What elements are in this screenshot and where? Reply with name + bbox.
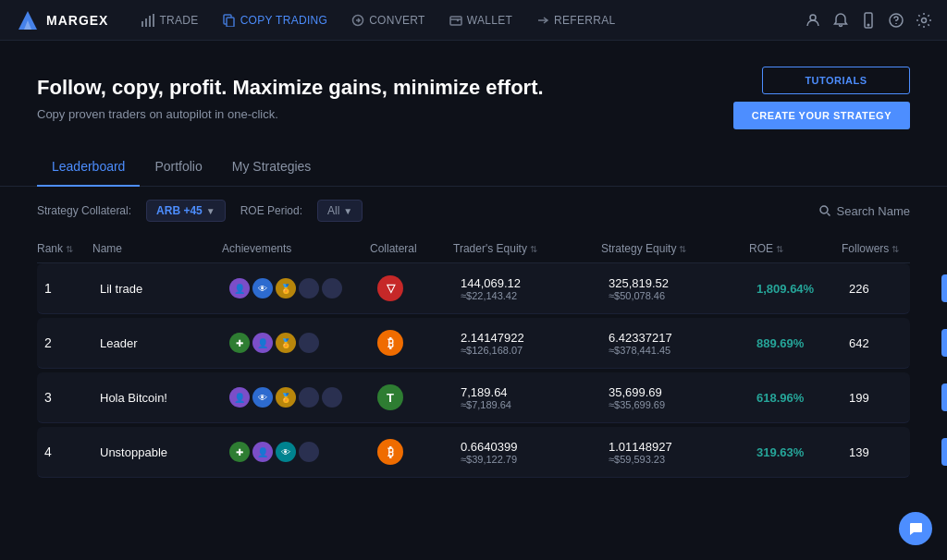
followers-cell: 226 [849, 282, 941, 296]
traders-equity-sub: ≈$39,122.79 [461, 454, 609, 465]
nav-item-copy-trading[interactable]: COPY TRADING [212, 8, 339, 32]
col-name: Name [92, 242, 222, 255]
traders-equity-cell: 7,189.64 ≈$7,189.64 [461, 385, 609, 410]
svg-rect-9 [450, 17, 461, 25]
traders-equity-main: 2.14147922 [461, 331, 609, 345]
roe-cell: 319.63% [756, 445, 849, 459]
svg-point-15 [820, 206, 828, 213]
svg-point-10 [810, 15, 816, 20]
traders-equity-main: 144,069.12 [461, 276, 609, 290]
help-icon[interactable] [888, 12, 904, 29]
nav-item-convert[interactable]: CONVERT [340, 8, 437, 32]
follow-button[interactable]: FOLLOW [941, 329, 947, 357]
logo[interactable]: MARGEX [15, 7, 108, 33]
user-icon[interactable] [805, 12, 821, 29]
table-row: 3 Hola Bitcoin! 👤 👁 🏅 T 7,189.64 ≈$7,189… [37, 372, 910, 423]
svg-rect-3 [145, 18, 147, 27]
follow-button[interactable]: FOLLOW [941, 274, 947, 302]
rank-cell: 1 [44, 281, 100, 296]
nav-item-trade[interactable]: TRADE [130, 8, 209, 32]
badge-5 [322, 387, 342, 408]
strategy-equity-cell: 35,699.69 ≈$35,699.69 [609, 385, 756, 410]
badge-4 [299, 442, 319, 462]
collateral-filter-chip[interactable]: ARB +45 ▼ [146, 200, 226, 222]
achievements-cell: 👤 👁 🏅 [229, 387, 377, 408]
follow-action-cell: FOLLOW [941, 383, 947, 411]
create-strategy-button[interactable]: CREATE YOUR STRATEGY [733, 102, 910, 129]
filters-bar: Strategy Collateral: ARB +45 ▼ ROE Perio… [0, 187, 947, 235]
strategy-equity-cell: 6.42337217 ≈$378,441.45 [609, 331, 756, 356]
badge-1: ✚ [229, 333, 250, 353]
collateral-cell: ₿ [377, 330, 461, 356]
tabs-bar: Leaderboard Portfolio My Strategies [0, 148, 947, 187]
tab-my-strategies[interactable]: My Strategies [217, 148, 326, 187]
tutorials-button[interactable]: TUTORIALS [762, 67, 910, 94]
table-row: 1 Lil trade 👤 👁 🏅 ▽ 144,069.12 ≈$22,143.… [37, 263, 910, 314]
leaderboard-table: Rank⇅ Name Achievements Collateral Trade… [0, 235, 947, 478]
hero-buttons: TUTORIALS CREATE YOUR STRATEGY [733, 67, 910, 129]
badge-2: 👁 [252, 387, 273, 408]
tab-leaderboard[interactable]: Leaderboard [37, 148, 140, 187]
traders-equity-cell: 144,069.12 ≈$22,143.42 [461, 276, 609, 301]
collateral-value: ARB +45 [156, 204, 203, 217]
settings-icon[interactable] [916, 12, 932, 29]
badge-2: 👤 [252, 333, 273, 353]
strategy-equity-sub: ≈$35,699.69 [609, 399, 756, 410]
roe-sort-icon: ⇅ [776, 244, 783, 254]
col-followers[interactable]: Followers⇅ [842, 242, 934, 255]
search-name-label: Search Name [837, 204, 910, 218]
rank-cell: 3 [44, 390, 100, 405]
bell-icon[interactable] [832, 12, 849, 29]
follow-action-cell: FOLLOW [941, 274, 947, 302]
svg-point-14 [922, 18, 927, 22]
nav-trade-label: TRADE [159, 14, 198, 27]
traders-equity-cell: 0.6640399 ≈$39,122.79 [461, 440, 609, 465]
strategy-equity-cell: 1.01148927 ≈$59,593.23 [609, 440, 756, 465]
badge-2: 👤 [252, 442, 273, 462]
traders-equity-main: 0.6640399 [461, 440, 609, 454]
navbar: MARGEX TRADE COPY TRADING CONVERT [0, 0, 947, 41]
strategy-equity-main: 325,819.52 [609, 276, 756, 290]
tab-portfolio[interactable]: Portfolio [140, 148, 216, 187]
roe-value: All [327, 204, 339, 217]
svg-rect-2 [141, 21, 143, 27]
followers-cell: 139 [849, 445, 941, 459]
nav-referral-label: REFERRAL [554, 14, 615, 27]
follow-button[interactable]: FOLLOW [941, 383, 947, 411]
traders-equity-cell: 2.14147922 ≈$126,168.07 [461, 331, 609, 356]
badge-2: 👁 [252, 278, 273, 298]
svg-rect-4 [149, 16, 151, 27]
badge-3: 🏅 [276, 333, 296, 353]
nav-convert-label: CONVERT [369, 14, 425, 27]
svg-rect-5 [153, 14, 154, 27]
roe-cell: 618.96% [756, 391, 849, 405]
traders-equity-sub: ≈$7,189.64 [461, 399, 609, 410]
achievements-cell: ✚ 👤 👁 [229, 442, 377, 462]
badge-4 [299, 333, 319, 353]
mobile-icon[interactable] [860, 12, 877, 29]
chat-bubble[interactable] [899, 512, 932, 545]
col-roe[interactable]: ROE⇅ [749, 242, 842, 255]
roe-filter-label: ROE Period: [240, 204, 302, 217]
nav-copy-label: COPY TRADING [240, 14, 328, 27]
follow-button[interactable]: FOLLOW [941, 438, 947, 466]
nav-item-referral[interactable]: REFERRAL [525, 8, 626, 32]
col-strategy-equity[interactable]: Strategy Equity⇅ [601, 242, 749, 255]
strategy-equity-cell: 325,819.52 ≈$50,078.46 [609, 276, 756, 301]
col-rank[interactable]: Rank⇅ [37, 242, 92, 255]
badge-1: 👤 [229, 387, 250, 408]
collateral-cell: ₿ [377, 439, 461, 465]
table-row: 2 Leader ✚ 👤 🏅 ₿ 2.14147922 ≈$126,168.07… [37, 318, 910, 369]
nav-item-wallet[interactable]: WALLET [438, 8, 523, 32]
achievements-cell: ✚ 👤 🏅 [229, 333, 377, 353]
rank-sort-icon: ⇅ [66, 244, 73, 254]
svg-point-12 [867, 24, 869, 26]
followers-cell: 199 [849, 391, 941, 405]
strategy-equity-main: 1.01148927 [609, 440, 756, 454]
traders-equity-sub: ≈$126,168.07 [461, 345, 609, 356]
col-traders-equity[interactable]: Trader's Equity⇅ [453, 242, 601, 255]
search-area[interactable]: Search Name [818, 204, 910, 218]
nav-wallet-label: WALLET [467, 14, 512, 27]
search-icon [818, 204, 831, 217]
roe-filter-chip[interactable]: All ▼ [317, 200, 363, 222]
